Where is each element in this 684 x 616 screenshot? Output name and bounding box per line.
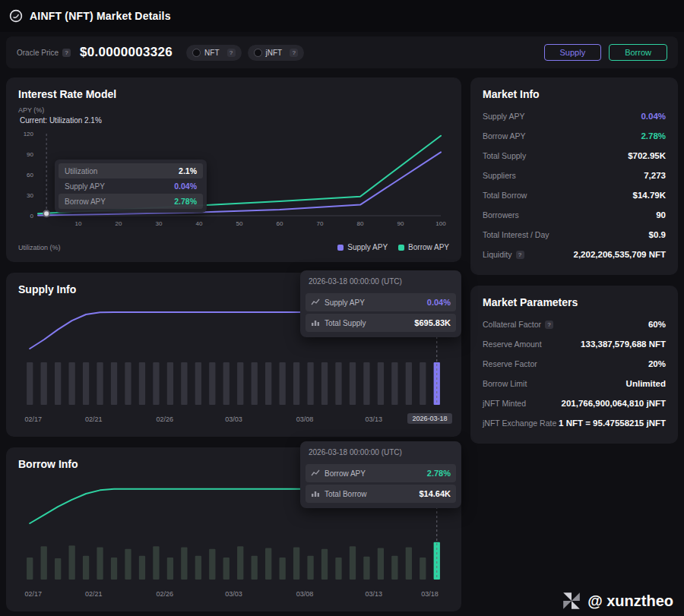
- tooltip-row: Borrow APY 2.78%: [306, 464, 456, 482]
- legend-swatch: [398, 245, 404, 251]
- info-label: Borrowers: [483, 210, 519, 220]
- x-axis-label-highlighted: 2026-03-18: [407, 413, 451, 424]
- x-axis-label: 03/03: [225, 590, 242, 598]
- info-row: Reserve Factor20%: [483, 354, 666, 374]
- info-label: jNFT Minted: [483, 399, 526, 408]
- info-row: Borrow APY2.78%: [483, 126, 666, 146]
- tooltip-label: Total Supply: [325, 319, 366, 327]
- supply-tooltip: 2026-03-18 00:00:00 (UTC) Supply APY 0.0…: [300, 270, 461, 337]
- svg-text:0: 0: [30, 213, 34, 220]
- tooltip-value: 2.78%: [427, 469, 451, 478]
- info-value: 133,387,579,688 NFT: [581, 340, 666, 349]
- market-parameters-card: Market Parameters Collateral Factor?60%R…: [470, 286, 678, 444]
- info-value: 0.04%: [641, 112, 666, 121]
- tooltip-row: Supply APY0.04%: [59, 178, 203, 194]
- x-axis-label: 02/17: [25, 415, 43, 423]
- token-icon: [192, 49, 201, 57]
- info-row: jNFT Exchange Rate1 NFT = 95.47558215 jN…: [483, 413, 666, 433]
- right-column: Market Info Supply APY0.04%Borrow APY2.7…: [470, 77, 678, 444]
- watermark-text: @ xunztheo: [587, 592, 673, 610]
- top-header: AINFT (NFT) Market Details: [0, 0, 684, 32]
- info-label: Total Supply: [483, 151, 526, 160]
- info-value: 90: [656, 210, 666, 220]
- current-utilization-label: Current: Utilization 2.1%: [20, 116, 449, 125]
- tooltip-label: Supply APY: [325, 299, 365, 307]
- tooltip-timestamp: 2026-03-18 00:00:00 (UTC): [306, 276, 456, 291]
- chart-legend: Supply APYBorrow APY: [337, 243, 449, 251]
- info-row: Total Interest / Day$0.9: [483, 225, 666, 245]
- line-chart-icon: [311, 469, 320, 477]
- info-value: $14.79K: [633, 191, 666, 200]
- borrow-tooltip: 2026-03-18 00:00:00 (UTC) Borrow APY 2.7…: [300, 441, 461, 508]
- x-axis-label: 03/03: [225, 415, 242, 423]
- pinwheel-icon: [562, 591, 581, 611]
- card-title: Market Info: [483, 88, 666, 100]
- info-value: 60%: [648, 320, 666, 329]
- tooltip-label: Utilization: [65, 167, 97, 175]
- info-label: Total Interest / Day: [483, 230, 549, 239]
- info-label: Suppliers: [483, 171, 516, 180]
- x-axis-label: 02/17: [25, 590, 43, 598]
- x-axis-label: 03/18: [421, 590, 439, 598]
- svg-text:90: 90: [397, 220, 404, 227]
- info-row: Total Borrow$14.79K: [483, 185, 666, 205]
- tooltip-row: Total Borrow $14.64K: [306, 485, 456, 503]
- card-title: Interest Rate Model: [18, 88, 449, 100]
- left-column: Interest Rate Model APY (%) Current: Uti…: [6, 77, 461, 611]
- info-label: Collateral Factor?: [483, 320, 553, 329]
- chart-footer: Utilization (%) Supply APYBorrow APY: [18, 243, 449, 251]
- x-axis-label: Utilization (%): [18, 244, 61, 251]
- svg-text:30: 30: [27, 192, 33, 199]
- x-axis-label: 02/21: [85, 415, 103, 423]
- price-bar: Oracle Price ? $0.0000003326 NFT?jNFT? S…: [6, 36, 678, 68]
- legend-label: Borrow APY: [408, 243, 449, 251]
- info-row: Supply APY0.04%: [483, 106, 666, 126]
- info-label: Borrow Limit: [483, 379, 527, 388]
- info-row: Borrowers90: [483, 205, 666, 225]
- svg-text:30: 30: [156, 220, 163, 227]
- info-value: 2,202,206,535,709 NFT: [574, 250, 666, 259]
- info-row: jNFT Minted201,766,900,064,810 jNFT: [483, 393, 666, 413]
- info-value: 20%: [648, 359, 666, 368]
- tooltip-label: Borrow APY: [65, 197, 106, 206]
- info-row: Liquidity?2,202,206,535,709 NFT: [483, 245, 666, 264]
- help-icon[interactable]: ?: [290, 49, 298, 57]
- line-chart-icon: [311, 299, 320, 306]
- tooltip-row: Borrow APY2.78%: [59, 194, 203, 209]
- help-icon[interactable]: ?: [62, 49, 71, 57]
- token-badge[interactable]: jNFT?: [248, 45, 305, 61]
- legend-item[interactable]: Supply APY: [337, 243, 388, 251]
- help-icon[interactable]: ?: [516, 251, 524, 259]
- oracle-price-value: $0.0000003326: [80, 45, 173, 60]
- svg-text:20: 20: [116, 220, 122, 227]
- card-title: Market Parameters: [483, 296, 666, 308]
- market-info-card: Market Info Supply APY0.04%Borrow APY2.7…: [470, 77, 678, 275]
- help-icon[interactable]: ?: [227, 49, 236, 57]
- token-badge-label: jNFT: [266, 49, 283, 57]
- watermark: @ xunztheo: [562, 591, 673, 611]
- info-value: 201,766,900,064,810 jNFT: [562, 399, 666, 408]
- interest-rate-model-card: Interest Rate Model APY (%) Current: Uti…: [6, 77, 461, 262]
- x-axis-label: 02/26: [157, 590, 174, 598]
- token-badge-label: NFT: [204, 49, 219, 57]
- x-axis-label: 03/08: [296, 415, 314, 423]
- legend-item[interactable]: Borrow APY: [398, 243, 449, 251]
- market-actions: Supply Borrow: [544, 44, 667, 61]
- chart-tooltip: Utilization2.1%Supply APY0.04%Borrow APY…: [55, 160, 207, 213]
- borrow-button[interactable]: Borrow: [609, 44, 667, 61]
- tooltip-row: Utilization2.1%: [59, 163, 203, 178]
- market-logo-icon: [9, 9, 23, 23]
- info-value: $0.9: [649, 230, 666, 239]
- x-axis-label: 02/21: [85, 590, 103, 598]
- svg-text:90: 90: [27, 151, 33, 158]
- tooltip-value: 0.04%: [174, 182, 197, 191]
- x-axis-label: 03/13: [366, 415, 383, 423]
- tooltip-label: Total Borrow: [325, 490, 367, 498]
- y-axis-label: APY (%): [18, 106, 449, 114]
- help-icon[interactable]: ?: [545, 321, 553, 329]
- info-row: Borrow LimitUnlimited: [483, 374, 666, 393]
- oracle-price-label: Oracle Price ?: [17, 49, 71, 57]
- tooltip-value: $14.64K: [419, 489, 451, 498]
- token-badge[interactable]: NFT?: [186, 45, 241, 61]
- supply-button[interactable]: Supply: [544, 44, 602, 61]
